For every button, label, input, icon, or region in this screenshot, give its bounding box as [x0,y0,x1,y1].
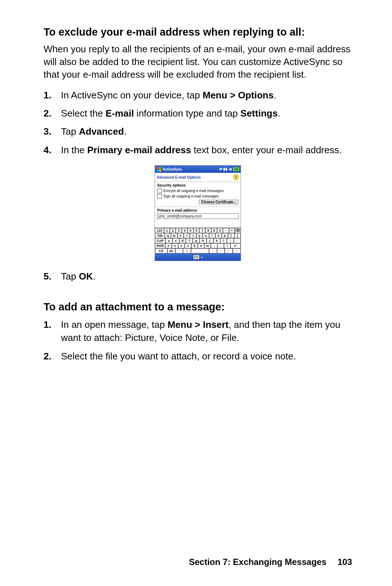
step-action: OK [79,271,93,282]
key[interactable]: a [166,238,172,243]
key[interactable]: , [211,243,217,248]
key[interactable]: ] [234,233,241,238]
activesync-window: ActiveSync ⇄ ▮▮ ◀ ok Advanced E-mail Opt… [155,165,241,261]
step-text: In an open message, tap [61,319,167,330]
key[interactable]: 8 [205,228,211,233]
manual-page: To exclude your e-mail address when repl… [0,0,392,586]
key[interactable]: h [200,238,207,243]
key[interactable]: 3 [176,228,181,233]
key[interactable]: u [203,233,209,238]
key[interactable]: q [165,233,171,238]
key[interactable]: w [171,233,177,238]
key[interactable]: 0 [217,228,223,233]
kbd-row-5: Ctl áü ` \ ↓ ↑ ← → [155,248,241,253]
kbd-row-1: 123 1 2 3 4 5 6 7 8 9 0 - = ⌫ [155,228,241,233]
choose-certificate-button[interactable]: Choose Certificate... [199,200,238,204]
key[interactable]: m [204,243,211,248]
key-right[interactable]: → [233,248,241,253]
key[interactable]: b [191,243,198,248]
key-tab[interactable]: Tab [155,233,165,238]
key[interactable]: c [178,243,185,248]
key-left[interactable]: ← [225,248,233,253]
key[interactable]: y [196,233,203,238]
key[interactable]: ` [175,248,183,253]
step-text: Select the file you want to attach, or r… [61,351,296,362]
key[interactable]: - [223,228,229,233]
sip-arrow-icon[interactable]: ▴ [201,255,203,259]
screen-heading: Advanced E-mail Options [157,175,201,179]
step-text: Tap [61,271,79,282]
key[interactable]: p [222,233,228,238]
primary-email-input[interactable]: john_smith@company.com [157,213,239,219]
sign-row[interactable]: Sign all outgoing e-mail messages [155,194,241,199]
intro-exclude-email: When you reply to all the recipients of … [44,43,352,81]
checkbox-encrypt[interactable] [157,188,162,193]
key[interactable]: t [190,233,196,238]
step-action: E-mail [106,108,134,119]
sip-toggle-icon[interactable] [193,255,200,260]
key[interactable]: f [186,238,193,243]
key[interactable]: = [229,228,235,233]
key-caps[interactable]: CAP [155,238,166,243]
step-2: 2. Select the E-mail information type an… [61,107,352,120]
key[interactable]: \ [183,248,191,253]
key-backspace[interactable]: ⌫ [235,228,241,233]
key[interactable]: k [213,238,220,243]
page-footer: Section 7: Exchanging Messages 103 [189,557,352,567]
key-ctl[interactable]: Ctl [155,248,167,253]
key-accents[interactable]: áü [167,248,175,253]
key[interactable]: 7 [199,228,205,233]
footer-section: Section 7: Exchanging Messages [189,557,326,567]
footer-page-number: 103 [338,557,352,567]
steps-exclude-email-cont: 5. Tap OK. [44,270,352,283]
key[interactable]: d [179,238,186,243]
start-icon[interactable] [156,167,161,172]
key[interactable]: [ [228,233,234,238]
key[interactable]: ; [227,238,234,243]
step-5: 5. Tap OK. [61,270,352,283]
key[interactable]: 9 [211,228,217,233]
key[interactable]: j [207,238,213,243]
key[interactable]: v [185,243,191,248]
key[interactable]: ' [234,238,241,243]
ok-button[interactable]: ok [233,167,240,171]
key[interactable]: s [172,238,179,243]
key-shift[interactable]: Shift [155,243,165,248]
key[interactable]: x [172,243,178,248]
key-up[interactable]: ↑ [217,248,225,253]
key[interactable]: l [220,238,227,243]
key-123[interactable]: 123 [155,228,164,233]
key[interactable]: n [198,243,204,248]
key[interactable]: . [217,243,224,248]
key-down[interactable]: ↓ [209,248,217,253]
device-screenshot: ActiveSync ⇄ ▮▮ ◀ ok Advanced E-mail Opt… [44,165,352,261]
step-text-end: text box, enter your e-mail address. [191,145,342,155]
step-text-end: . [124,126,126,137]
step-action: Menu > Insert [167,319,228,330]
encrypt-row[interactable]: Encrypt all outgoing e-mail messages [155,188,241,194]
step-number: 1. [44,318,52,331]
step-text: In ActiveSync on your device, tap [61,90,203,101]
kbd-row-4: Shift z x c v b n m , . / ↵ [155,243,241,248]
step-number: 1. [44,89,52,102]
key[interactable]: / [224,243,230,248]
key[interactable]: 5 [188,228,193,233]
key[interactable]: i [209,233,215,238]
key[interactable]: e [177,233,184,238]
soft-keyboard[interactable]: 123 1 2 3 4 5 6 7 8 9 0 - = ⌫ Tab [155,228,241,253]
key[interactable]: r [184,233,190,238]
key-enter[interactable]: ↵ [230,243,241,248]
key[interactable]: 1 [164,228,170,233]
key[interactable]: 2 [170,228,176,233]
key-space[interactable] [191,248,209,253]
key[interactable]: z [165,243,172,248]
key[interactable]: 4 [182,228,188,233]
key[interactable]: g [193,238,200,243]
step-number: 2. [44,350,52,363]
key[interactable]: o [215,233,221,238]
checkbox-sign[interactable] [157,194,162,199]
help-icon[interactable]: ? [233,174,239,180]
kbd-row-2: Tab q w e r t y u i o p [ ] [155,233,241,238]
key[interactable]: 6 [193,228,199,233]
title-bar: ActiveSync ⇄ ▮▮ ◀ ok [155,166,241,173]
